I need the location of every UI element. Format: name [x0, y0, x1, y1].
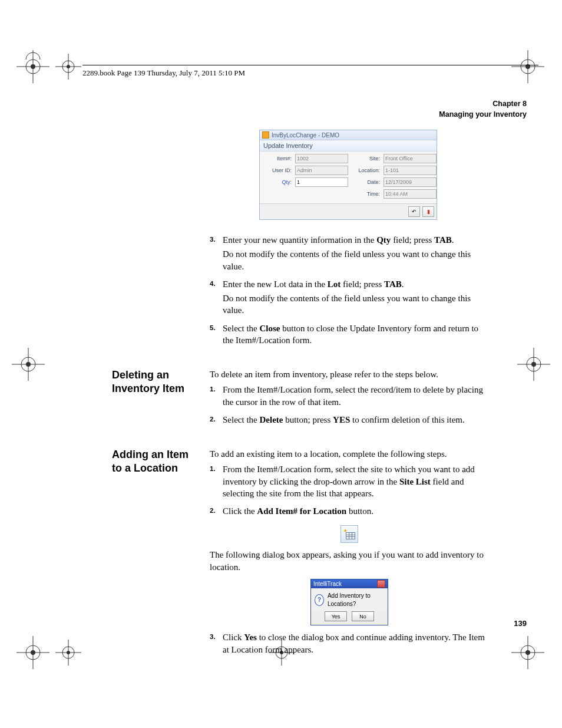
crop-mark-icon [511, 50, 544, 83]
add-step-1: From the Item#/Location form, select the… [210, 463, 489, 499]
dialog-message: Add Inventory to Locations? [328, 592, 384, 608]
form-title: Update Inventory [260, 140, 437, 151]
add-step-3: Click Yes to close the dialog box and co… [210, 631, 489, 655]
crop-mark-icon [517, 348, 550, 381]
close-icon[interactable] [377, 580, 385, 588]
chapter-title: Managing your Inventory [439, 110, 527, 120]
field-location: 1-101 [384, 166, 437, 175]
label-user: User ID: [263, 167, 292, 173]
grid-icon [346, 532, 355, 539]
no-button[interactable]: No [352, 611, 374, 621]
update-inventory-window: InvByLocChange - DEMO Update Inventory I… [259, 130, 437, 220]
add-step-2: Click the Add Item# for Location button. [210, 505, 489, 517]
delete-step-2: Select the Delete button; press YES to c… [210, 414, 489, 426]
label-qty: Qty: [263, 179, 292, 185]
window-titlebar: InvByLocChange - DEMO [260, 130, 437, 140]
field-user: Admin [295, 166, 348, 175]
field-item: 1002 [295, 154, 348, 163]
step-3: Enter your new quantity information in t… [210, 234, 489, 272]
crop-mark-icon [52, 636, 85, 669]
field-qty[interactable]: 1 [295, 177, 348, 187]
add-item-button-image: ✦ [210, 525, 489, 543]
yes-button[interactable]: Yes [325, 611, 347, 621]
label-time: Time: [352, 191, 380, 197]
close-button[interactable]: ▮ [422, 206, 434, 217]
chapter-number: Chapter 8 [439, 99, 527, 110]
delete-step-1: From the Item#/Location form, select the… [210, 384, 489, 408]
field-site: Front Office [384, 154, 437, 163]
undo-icon: ↶ [412, 209, 416, 215]
delete-intro: To delete an item from inventory, please… [210, 368, 489, 380]
heading-adding: Adding an Item to a Location [112, 448, 199, 661]
header-rule [82, 65, 538, 65]
crop-mark-icon [12, 348, 45, 381]
add-intro: To add an existing item to a location, c… [210, 448, 489, 460]
add-item-icon: ✦ [340, 525, 358, 543]
running-header: 2289.book Page 139 Thursday, July 7, 201… [82, 68, 245, 78]
step-4: Enter the new Lot data in the Lot field;… [210, 278, 489, 317]
crop-mark-icon [16, 636, 49, 669]
crop-mark-icon [16, 50, 49, 83]
add-after-button-text: The following dialog box appears, asking… [210, 549, 489, 573]
door-exit-icon: ▮ [427, 209, 430, 215]
undo-button[interactable]: ↶ [408, 206, 420, 217]
step-5: Select the Close button to close the Upd… [210, 322, 489, 347]
page-number: 139 [514, 619, 527, 628]
label-site: Site: [352, 156, 380, 162]
window-title: InvByLocChange - DEMO [272, 132, 339, 139]
app-icon [262, 131, 269, 139]
question-icon: ? [315, 594, 324, 606]
dialog-title: IntelliTrack [313, 580, 342, 588]
intellitrack-dialog: IntelliTrack ? Add Inventory to Location… [310, 579, 388, 626]
label-date: Date: [352, 179, 380, 185]
label-location: Location: [352, 167, 380, 173]
crop-mark-icon [52, 50, 85, 83]
chapter-header: Chapter 8 Managing your Inventory [439, 99, 527, 120]
field-date: 12/17/2009 [384, 177, 437, 187]
crop-mark-icon [511, 636, 544, 669]
label-item: Item#: [263, 156, 292, 162]
field-time: 10:44 AM [384, 189, 437, 199]
heading-deleting: Deleting an Inventory Item [112, 368, 199, 431]
